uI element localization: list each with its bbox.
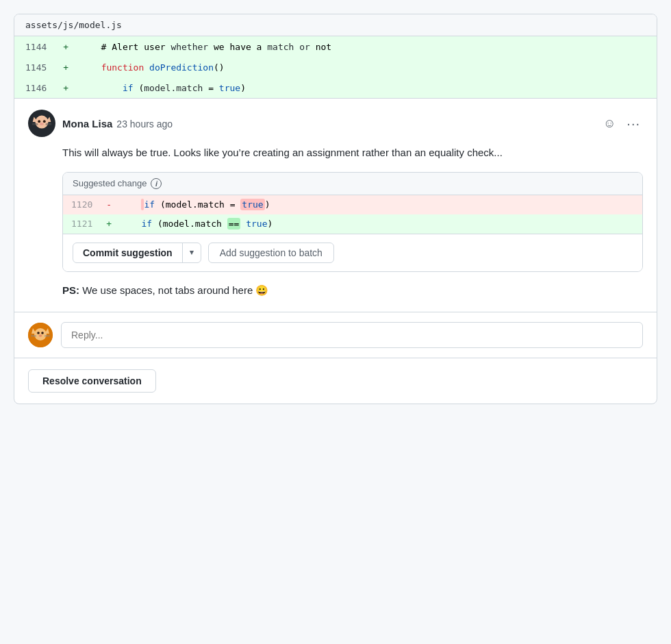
comment-text: This will always be true. Looks like you… bbox=[62, 145, 643, 161]
line-sign-1145: + bbox=[58, 62, 74, 73]
svg-point-5 bbox=[43, 120, 46, 123]
suggestion-box: Suggested change i 1120 - ​if (model.mat… bbox=[62, 172, 643, 272]
suggestion-sign-removed: - bbox=[101, 199, 117, 210]
line-sign-1144: + bbox=[58, 42, 74, 52]
suggestion-header-label: Suggested change bbox=[73, 178, 147, 188]
code-line-1144: 1144 + # Alert user whether we have a ma… bbox=[14, 36, 657, 57]
suggestion-sign-added: + bbox=[101, 219, 117, 229]
comment-ps: PS: We use spaces, not tabs around here … bbox=[62, 283, 643, 299]
suggestion-header: Suggested change i bbox=[63, 173, 642, 195]
more-options-button[interactable]: ··· bbox=[624, 113, 643, 134]
line-sign-1146: + bbox=[58, 83, 74, 93]
info-icon: i bbox=[151, 178, 162, 189]
code-block: 1144 + # Alert user whether we have a ma… bbox=[14, 36, 657, 99]
suggestion-line-num-1121: 1121 bbox=[63, 219, 101, 229]
avatar bbox=[28, 110, 55, 137]
resolve-conversation-button[interactable]: Resolve conversation bbox=[28, 369, 156, 393]
filename: assets/js/model.js bbox=[25, 20, 122, 30]
suggestion-removed-line: 1120 - ​if (model.match = true) bbox=[63, 195, 642, 214]
comment-header: Mona Lisa 23 hours ago ☺ ··· bbox=[28, 110, 643, 137]
comment-author: Mona Lisa bbox=[62, 118, 112, 129]
line-content-1144: # Alert user whether we have a match or … bbox=[74, 39, 657, 55]
comment-timestamp: 23 hours ago bbox=[116, 119, 173, 129]
commit-suggestion-label: Commit suggestion bbox=[73, 243, 183, 262]
svg-point-17 bbox=[39, 334, 42, 337]
code-line-1145: 1145 + function doPrediction() bbox=[14, 57, 657, 77]
reply-section bbox=[14, 312, 657, 358]
line-content-1145: function doPrediction() bbox=[74, 60, 657, 75]
suggestion-content-removed: ​if (model.match = true) bbox=[117, 198, 642, 211]
commit-suggestion-button[interactable]: Commit suggestion ▾ bbox=[73, 243, 201, 263]
comment-actions: ☺ ··· bbox=[600, 113, 643, 134]
svg-point-12 bbox=[34, 328, 47, 340]
line-content-1146: if (model.match = true) bbox=[74, 80, 657, 96]
line-number-1146: 1146 bbox=[14, 83, 58, 93]
suggestion-line-num-1120: 1120 bbox=[63, 199, 101, 210]
reply-input[interactable] bbox=[61, 322, 643, 348]
comment-body: This will always be true. Looks like you… bbox=[28, 145, 643, 298]
suggestion-added-line: 1121 + if (model.match == true) bbox=[63, 214, 642, 234]
add-to-batch-button[interactable]: Add suggestion to batch bbox=[208, 243, 334, 263]
svg-point-6 bbox=[40, 123, 44, 125]
emoji-reaction-button[interactable]: ☺ bbox=[600, 114, 618, 134]
ps-label: PS: bbox=[62, 284, 79, 296]
code-line-1146: 1146 + if (model.match = true) bbox=[14, 77, 657, 98]
comment-header-left: Mona Lisa 23 hours ago bbox=[28, 110, 173, 137]
emoji-icon: ☺ bbox=[603, 116, 616, 131]
svg-point-15 bbox=[37, 332, 40, 334]
line-number-1145: 1145 bbox=[14, 62, 58, 73]
pr-comment-container: assets/js/model.js 1144 + # Alert user w… bbox=[14, 14, 657, 404]
svg-point-4 bbox=[38, 120, 40, 123]
suggestion-buttons: Commit suggestion ▾ Add suggestion to ba… bbox=[63, 234, 642, 271]
comment-meta: Mona Lisa 23 hours ago bbox=[62, 118, 173, 129]
more-options-icon: ··· bbox=[626, 116, 640, 132]
comment-section: Mona Lisa 23 hours ago ☺ ··· This will a… bbox=[14, 99, 657, 312]
suggestion-content-added: if (model.match == true) bbox=[117, 217, 642, 230]
svg-point-1 bbox=[36, 116, 49, 129]
suggestion-code: 1120 - ​if (model.match = true) 1121 + i… bbox=[63, 195, 642, 234]
reply-avatar bbox=[28, 323, 53, 347]
resolve-section: Resolve conversation bbox=[14, 358, 657, 404]
line-number-1144: 1144 bbox=[14, 42, 58, 52]
file-header: assets/js/model.js bbox=[14, 14, 657, 36]
svg-point-16 bbox=[41, 332, 44, 334]
commit-dropdown-arrow: ▾ bbox=[183, 244, 201, 261]
ps-text: We use spaces, not tabs around here 😀 bbox=[82, 284, 268, 296]
